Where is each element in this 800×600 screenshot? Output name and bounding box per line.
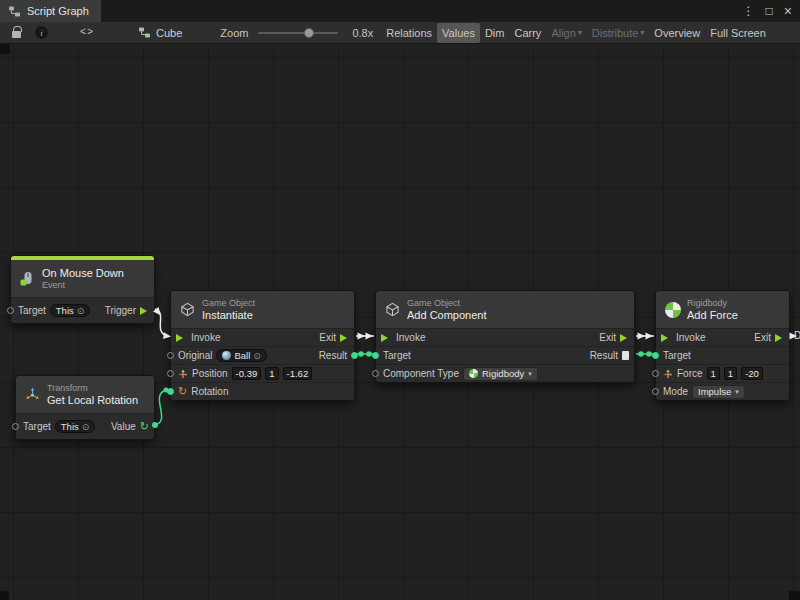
- mode-dropdown[interactable]: Impulse ▾: [692, 385, 745, 399]
- caret-down-icon: ▾: [528, 370, 532, 378]
- align-label: Align: [551, 27, 575, 39]
- target-input-port[interactable]: [7, 307, 14, 314]
- tab-title: Script Graph: [27, 5, 89, 17]
- toolbar-button-values[interactable]: Values: [437, 23, 480, 43]
- trigger-output-port[interactable]: [140, 307, 151, 315]
- lock-icon[interactable]: [12, 31, 21, 38]
- graph-breadcrumb[interactable]: Cube: [138, 26, 182, 39]
- node-title: Add Component: [407, 309, 487, 322]
- toolbar-button-relations[interactable]: Relations: [381, 23, 437, 43]
- target-object-chip[interactable]: This ⊙: [55, 420, 96, 433]
- result-output-port[interactable]: [351, 352, 358, 359]
- object-picker-icon[interactable]: ⊙: [82, 422, 90, 432]
- target-port-label: Target: [663, 350, 691, 361]
- force-x-input[interactable]: 1: [707, 367, 720, 380]
- toolbar-button-full-screen[interactable]: Full Screen: [705, 23, 771, 43]
- node-title: Add Force: [687, 309, 738, 322]
- invoke-port-label: Invoke: [191, 332, 220, 343]
- target-input-port[interactable]: [372, 352, 379, 359]
- force-y-input[interactable]: 1: [724, 367, 737, 380]
- zoom-slider-track: [258, 32, 338, 34]
- code-view-icon[interactable]: <>: [80, 27, 94, 38]
- node-header: Game Object Add Component: [376, 291, 634, 328]
- target-port-label: Target: [18, 305, 46, 316]
- toolbar-button-overview[interactable]: Overview: [649, 23, 705, 43]
- target-input-port[interactable]: [652, 352, 659, 359]
- node-add-component[interactable]: Game Object Add Component Invoke Exit Ta…: [375, 290, 635, 383]
- port-row: Target: [656, 346, 789, 364]
- rotation-input-port[interactable]: [167, 388, 174, 395]
- position-port-label: Position: [192, 368, 228, 379]
- toolbar-button-dim[interactable]: Dim: [480, 23, 510, 43]
- target-input-port[interactable]: [12, 423, 19, 430]
- exit-output-port[interactable]: [775, 334, 786, 342]
- component-type-input-port[interactable]: [372, 370, 379, 377]
- canvas-corner: [0, 44, 10, 54]
- toolbar-button-align[interactable]: Align ▾: [546, 23, 586, 43]
- flow-row: Invoke Exit: [171, 328, 354, 346]
- object-picker-icon[interactable]: ⊙: [253, 351, 261, 361]
- node-subtitle: Game Object: [407, 298, 487, 309]
- original-object-chip[interactable]: Ball ⊙: [216, 349, 266, 362]
- rotation-type-icon: ↻: [178, 386, 187, 397]
- maximize-icon[interactable]: □: [766, 5, 773, 17]
- node-instantiate[interactable]: Game Object Instantiate Invoke Exit Orig…: [170, 290, 355, 401]
- rotation-port-label: Rotation: [191, 386, 228, 397]
- target-port-label: Target: [383, 350, 411, 361]
- zoom-slider-thumb[interactable]: [304, 28, 314, 38]
- component-result-icon[interactable]: [622, 351, 629, 360]
- port-row: Mode Impulse ▾: [656, 382, 789, 400]
- component-type-dropdown[interactable]: Rigidbody ▾: [463, 367, 538, 381]
- node-get-local-rotation[interactable]: Transform Get Local Rotation Target This…: [15, 375, 155, 440]
- window-menu-kebab-icon[interactable]: ⋮: [743, 5, 755, 17]
- info-icon[interactable]: i: [35, 26, 48, 39]
- game-object-cube-icon: [179, 302, 196, 317]
- component-type-label: Component Type: [383, 368, 459, 379]
- script-graph-icon: [8, 5, 21, 18]
- close-icon[interactable]: ×: [784, 4, 792, 18]
- node-add-force[interactable]: Rigidbody Add Force Invoke Exit Target F…: [655, 290, 790, 401]
- flow-row: Invoke Exit: [376, 328, 634, 346]
- result-port-label: Result: [590, 350, 618, 361]
- quaternion-value-port-icon[interactable]: ↻: [140, 421, 149, 432]
- zoom-value: 0.8x: [352, 27, 373, 39]
- zoom-slider[interactable]: [258, 28, 338, 38]
- original-object-value: Ball: [234, 350, 250, 361]
- force-input-port[interactable]: [652, 370, 659, 377]
- position-z-input[interactable]: -1.62: [283, 367, 313, 380]
- graph-toolbar: i <> Cube Zoom 0.8x Relations Values Dim…: [0, 22, 800, 44]
- position-y-input[interactable]: 1: [265, 367, 278, 380]
- original-port-label: Original: [178, 350, 212, 361]
- target-object-chip[interactable]: This ⊙: [50, 304, 91, 317]
- invoke-input-port[interactable]: [661, 334, 672, 342]
- node-on-mouse-down[interactable]: On Mouse Down Event Target This ⊙ Trigge…: [10, 255, 155, 324]
- vector3-icon: [663, 369, 673, 379]
- invoke-input-port[interactable]: [176, 334, 187, 342]
- ball-object-icon: [222, 351, 231, 360]
- mode-input-port[interactable]: [652, 388, 659, 395]
- invoke-input-port[interactable]: [381, 334, 392, 342]
- target-object-value: This: [56, 305, 74, 316]
- original-input-port[interactable]: [167, 352, 174, 359]
- position-input-port[interactable]: [167, 370, 174, 377]
- tab-script-graph[interactable]: Script Graph: [0, 0, 101, 22]
- exit-output-port[interactable]: [620, 334, 631, 342]
- force-z-input[interactable]: -20: [741, 367, 763, 380]
- port-row: Target This ⊙ Value ↻: [16, 413, 154, 439]
- trigger-port-label: Trigger: [105, 305, 136, 316]
- object-picker-icon[interactable]: ⊙: [77, 306, 85, 316]
- offscreen-node-fragment: D: [794, 330, 800, 341]
- toolbar-button-carry[interactable]: Carry: [509, 23, 546, 43]
- port-row: Target This ⊙ Trigger: [11, 297, 154, 323]
- force-port-label: Force: [677, 368, 703, 379]
- caret-down-icon: ▾: [578, 28, 582, 37]
- exit-output-port[interactable]: [340, 334, 351, 342]
- position-x-input[interactable]: -0.39: [232, 367, 262, 380]
- toolbar-buttons: Relations Values Dim Carry Align ▾ Distr…: [381, 23, 771, 43]
- toolbar-button-distribute[interactable]: Distribute ▾: [587, 23, 649, 43]
- graph-canvas[interactable]: D On Mouse Down Event Target This ⊙ Trig…: [0, 44, 800, 600]
- component-type-value: Rigidbody: [482, 368, 524, 379]
- rigidbody-icon: [664, 302, 681, 318]
- node-header: Transform Get Local Rotation: [16, 376, 154, 413]
- port-row: Position -0.39 1 -1.62: [171, 364, 354, 382]
